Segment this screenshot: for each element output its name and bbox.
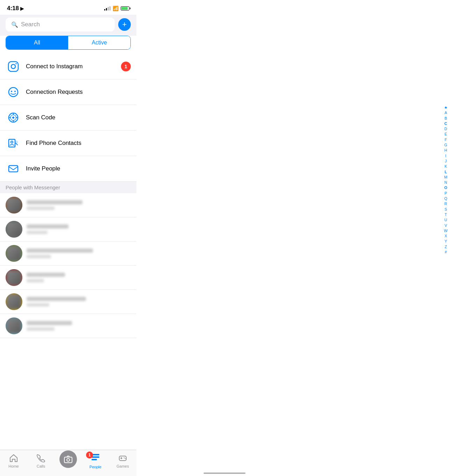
- search-bar[interactable]: 🔍 Search: [6, 18, 115, 31]
- search-placeholder-text: Search: [21, 21, 40, 28]
- instagram-icon: [6, 59, 21, 74]
- connection-requests-icon: [6, 84, 21, 100]
- section-header: People with Messenger: [0, 182, 136, 193]
- contact-info: [27, 200, 131, 210]
- contact-info: [27, 224, 131, 234]
- tab-all[interactable]: All: [6, 36, 68, 49]
- contact-name: [27, 224, 69, 229]
- contact-sub: [27, 255, 51, 258]
- contact-list: [0, 193, 136, 338]
- svg-point-8: [12, 117, 14, 119]
- avatar: [6, 269, 22, 286]
- contact-info: [27, 273, 131, 282]
- contact-row[interactable]: [0, 241, 136, 266]
- avatar: [6, 293, 22, 310]
- battery-icon: [121, 6, 129, 10]
- svg-point-5: [14, 91, 16, 92]
- svg-rect-0: [8, 62, 18, 71]
- list-item-instagram[interactable]: Connect to Instagram 1: [0, 54, 136, 79]
- contact-row[interactable]: [0, 217, 136, 241]
- contact-name: [27, 273, 65, 277]
- menu-list: Connect to Instagram 1 Connection Reques…: [0, 54, 136, 182]
- contact-row[interactable]: [0, 266, 136, 290]
- list-item-find-phone[interactable]: Find Phone Contacts: [0, 131, 136, 156]
- svg-point-14: [11, 141, 13, 143]
- connection-requests-label: Connection Requests: [26, 89, 131, 96]
- svg-rect-17: [9, 166, 18, 172]
- instagram-label: Connect to Instagram: [26, 63, 121, 70]
- find-phone-icon: [6, 135, 21, 151]
- search-icon: 🔍: [11, 21, 18, 28]
- time-label: 4:18: [7, 5, 19, 12]
- section-header-text: People with Messenger: [6, 184, 60, 190]
- scan-code-label: Scan Code: [26, 114, 131, 121]
- location-icon: ▶: [20, 6, 24, 11]
- invite-label: Invite People: [26, 165, 131, 172]
- status-bar: 4:18 ▶ 📶: [0, 0, 136, 15]
- avatar: [6, 317, 22, 334]
- avatar: [6, 197, 22, 214]
- plus-icon: +: [122, 21, 127, 28]
- search-container: 🔍 Search +: [0, 15, 136, 36]
- add-button[interactable]: +: [118, 18, 131, 31]
- scan-code-icon: [6, 110, 21, 125]
- contact-sub: [27, 303, 49, 307]
- contact-row[interactable]: [0, 314, 136, 338]
- list-item-scan-code[interactable]: Scan Code: [0, 105, 136, 131]
- status-time: 4:18 ▶: [7, 5, 24, 12]
- contact-info: [27, 321, 131, 331]
- contact-info: [27, 248, 131, 258]
- contact-row[interactable]: [0, 290, 136, 314]
- contact-name: [27, 200, 83, 204]
- find-phone-label: Find Phone Contacts: [26, 140, 131, 147]
- contact-sub: [27, 327, 55, 331]
- svg-point-2: [15, 63, 17, 64]
- contact-sub: [27, 279, 44, 282]
- filter-tabs: All Active: [6, 36, 131, 50]
- tab-active[interactable]: Active: [68, 36, 130, 49]
- contact-row[interactable]: [0, 193, 136, 217]
- status-icons: 📶: [104, 6, 129, 11]
- svg-point-1: [11, 64, 15, 69]
- svg-point-3: [9, 88, 18, 97]
- wifi-icon: 📶: [113, 6, 119, 11]
- contact-name: [27, 248, 93, 253]
- invite-icon: [6, 161, 21, 176]
- svg-point-4: [11, 91, 12, 92]
- instagram-badge: 1: [121, 62, 131, 71]
- contact-info: [27, 297, 131, 307]
- contact-name: [27, 297, 86, 301]
- list-item-connection-requests[interactable]: Connection Requests: [0, 79, 136, 105]
- avatar: [6, 245, 22, 262]
- contact-sub: [27, 231, 48, 234]
- list-item-invite[interactable]: Invite People: [0, 156, 136, 182]
- contact-sub: [27, 206, 55, 210]
- signal-icon: [104, 6, 111, 10]
- contact-name: [27, 321, 72, 325]
- avatar: [6, 221, 22, 238]
